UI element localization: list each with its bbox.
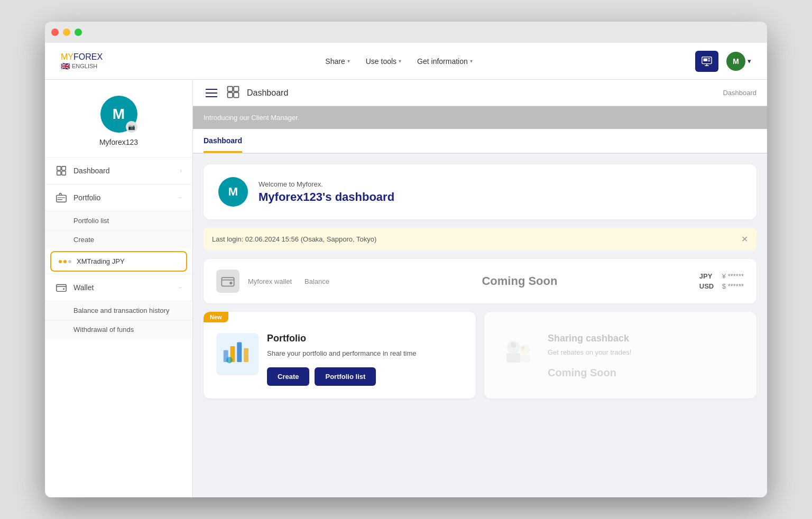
svg-rect-26 <box>520 355 530 363</box>
logo-forex: FOREX <box>73 52 103 61</box>
camera-icon[interactable]: 📷 <box>126 121 137 133</box>
svg-point-10 <box>63 288 64 290</box>
svg-rect-19 <box>237 342 242 363</box>
content-area: Dashboard Dashboard Introducing our Clie… <box>193 80 767 497</box>
tab-dashboard[interactable]: Dashboard <box>204 129 242 153</box>
wallet-balance-label: Balance <box>304 277 329 285</box>
svg-rect-25 <box>506 353 520 363</box>
menu-toggle-button[interactable] <box>204 87 219 99</box>
sidebar-wallet-sub: Balance and transaction history Withdraw… <box>45 301 192 339</box>
broker-icon <box>59 260 71 263</box>
content-header-icon <box>226 85 241 101</box>
sidebar-item-create[interactable]: Create <box>45 230 192 249</box>
sidebar-item-withdrawal[interactable]: Withdrawal of funds <box>45 320 192 339</box>
app-window: MYFOREX 🇬🇧 ENGLISH Share ▾ Use tools ▾ G… <box>45 22 767 497</box>
svg-rect-14 <box>234 92 238 97</box>
portfolio-feature-desc: Share your portfolio and performance in … <box>267 348 463 359</box>
language-label: ENGLISH <box>72 63 97 69</box>
cashback-coming-soon: Coming Soon <box>548 367 744 379</box>
top-nav: MYFOREX 🇬🇧 ENGLISH Share ▾ Use tools ▾ G… <box>45 43 767 80</box>
wallet-usd: USD $ ****** <box>699 282 744 290</box>
svg-rect-1 <box>704 58 707 61</box>
sidebar-item-dashboard[interactable]: Dashboard › <box>45 157 192 184</box>
minimize-btn[interactable] <box>63 29 70 36</box>
feature-card-cashback: Sharing cashback Get rebates on your tra… <box>484 312 756 398</box>
user-avatar: M <box>726 52 745 71</box>
login-info-close-button[interactable]: ✕ <box>741 234 748 244</box>
chevron-down-icon: ▾ <box>399 58 401 64</box>
portfolio-icon <box>56 192 67 203</box>
tab-bar: Dashboard <box>193 129 767 154</box>
svg-rect-13 <box>228 92 233 97</box>
welcome-card: M Welcome to Myforex. Myforex123's dashb… <box>204 164 756 219</box>
wallet-jpy: JPY ¥ ****** <box>699 272 744 280</box>
svg-rect-5 <box>62 166 66 170</box>
svg-rect-11 <box>228 86 233 91</box>
wallet-card-icon <box>216 270 239 293</box>
main-area: M 📷 Myforex123 Dashbo <box>45 80 767 497</box>
profile-avatar[interactable]: M 📷 <box>100 96 137 133</box>
svg-rect-7 <box>62 171 66 175</box>
wallet-coming-soon: Coming Soon <box>348 274 691 288</box>
svg-point-21 <box>226 357 233 363</box>
chevron-down-icon: ▾ <box>347 58 350 64</box>
nav-share[interactable]: Share ▾ <box>325 57 349 66</box>
svg-point-27 <box>511 342 516 348</box>
cashback-card-content: Sharing cashback Get rebates on your tra… <box>497 333 744 379</box>
sidebar: M 📷 Myforex123 Dashbo <box>45 80 193 497</box>
portfolio-list-button[interactable]: Portfolio list <box>315 367 376 386</box>
flag-icon: 🇬🇧 <box>61 62 70 70</box>
svg-rect-9 <box>57 285 66 292</box>
cashback-illustration <box>497 333 539 375</box>
nav-use-tools[interactable]: Use tools ▾ <box>366 57 401 66</box>
svg-rect-6 <box>57 171 61 175</box>
breadcrumb: Dashboard <box>723 89 756 97</box>
svg-rect-2 <box>708 58 710 59</box>
chevron-down-icon: ▾ <box>470 58 473 64</box>
title-bar <box>45 22 767 43</box>
content-header: Dashboard Dashboard <box>193 80 767 106</box>
sidebar-item-portfolio-list[interactable]: Portfolio list <box>45 211 192 230</box>
trading-terminal-button[interactable] <box>695 51 718 72</box>
svg-point-28 <box>521 346 524 349</box>
monitor-icon <box>701 55 713 67</box>
sidebar-nav: Dashboard › Portfolio − <box>45 157 192 497</box>
logo-my: MY <box>61 52 73 61</box>
welcome-subtitle: Welcome to Myforex. <box>259 180 742 188</box>
wallet-name: Myforex wallet <box>248 277 292 285</box>
portfolio-text: Portfolio Share your portfolio and perfo… <box>267 333 463 386</box>
portfolio-feature-title: Portfolio <box>267 333 463 344</box>
wallet-currencies: JPY ¥ ****** USD $ ****** <box>699 272 744 290</box>
sidebar-item-portfolio[interactable]: Portfolio − <box>45 184 192 211</box>
welcome-text: Welcome to Myforex. Myforex123's dashboa… <box>259 180 742 204</box>
sidebar-item-wallet[interactable]: Wallet − <box>45 274 192 301</box>
nav-right: M ▾ <box>695 51 751 72</box>
logo[interactable]: MYFOREX 🇬🇧 ENGLISH <box>61 52 103 70</box>
sidebar-item-xmtrading[interactable]: XMTrading JPY <box>50 251 187 272</box>
sidebar-profile: M 📷 Myforex123 <box>45 80 192 157</box>
svg-rect-3 <box>708 60 710 61</box>
nav-get-information[interactable]: Get information ▾ <box>417 57 473 66</box>
create-portfolio-button[interactable]: Create <box>267 367 309 386</box>
nav-links: Share ▾ Use tools ▾ Get information ▾ <box>325 57 472 66</box>
sidebar-item-balance-history[interactable]: Balance and transaction history <box>45 301 192 320</box>
wallet-card: Myforex wallet Balance Coming Soon JPY ¥… <box>204 259 756 303</box>
user-menu[interactable]: M ▾ <box>726 52 751 71</box>
cashback-feature-title: Sharing cashback <box>548 333 744 344</box>
portfolio-illustration <box>216 333 259 375</box>
close-btn[interactable] <box>51 29 59 36</box>
page-title: Dashboard <box>247 88 716 98</box>
dashboard-icon <box>56 165 67 177</box>
welcome-title: Myforex123's dashboard <box>259 190 742 204</box>
profile-name: Myforex123 <box>99 138 138 146</box>
portfolio-card-content: Portfolio Share your portfolio and perfo… <box>216 333 463 386</box>
maximize-btn[interactable] <box>75 29 82 36</box>
login-info-text: Last login: 02.06.2024 15:56 (Osaka, Sap… <box>212 235 376 243</box>
svg-rect-20 <box>244 348 248 362</box>
svg-rect-8 <box>57 195 66 202</box>
portfolio-feature-buttons: Create Portfolio list <box>267 367 463 386</box>
svg-rect-22 <box>226 363 233 366</box>
chevron-right-icon: › <box>180 167 182 174</box>
login-info-banner: Last login: 02.06.2024 15:56 (Osaka, Sap… <box>204 228 756 251</box>
cashback-text: Sharing cashback Get rebates on your tra… <box>548 333 744 379</box>
